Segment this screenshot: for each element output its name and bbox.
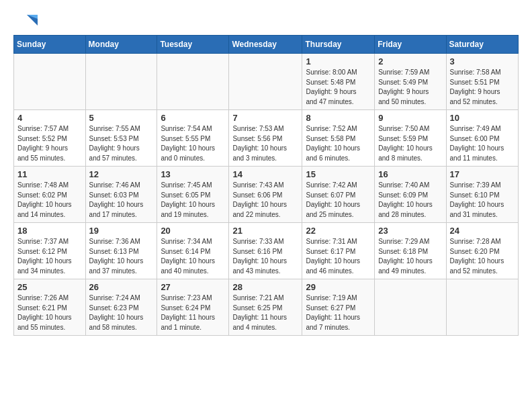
day-number: 21: [232, 226, 298, 236]
day-number: 1: [306, 56, 371, 66]
calendar-cell: 22Sunrise: 7:31 AMSunset: 6:17 PMDayligh…: [302, 223, 375, 279]
day-number: 2: [378, 56, 442, 66]
day-info: Sunrise: 7:31 AMSunset: 6:17 PMDaylight:…: [306, 237, 371, 276]
calendar-cell: 15Sunrise: 7:42 AMSunset: 6:07 PMDayligh…: [302, 167, 375, 223]
day-info: Sunrise: 7:49 AMSunset: 6:00 PMDaylight:…: [450, 124, 515, 163]
calendar-cell: 13Sunrise: 7:45 AMSunset: 6:05 PMDayligh…: [157, 167, 229, 223]
day-info: Sunrise: 7:23 AMSunset: 6:24 PMDaylight:…: [161, 293, 225, 332]
day-number: 29: [306, 282, 371, 292]
calendar-cell: 27Sunrise: 7:23 AMSunset: 6:24 PMDayligh…: [157, 279, 229, 336]
calendar-header-row: SundayMondayTuesdayWednesdayThursdayFrid…: [14, 36, 519, 54]
day-info: Sunrise: 7:42 AMSunset: 6:07 PMDaylight:…: [306, 181, 371, 220]
day-number: 5: [89, 113, 154, 123]
calendar-cell: [157, 54, 229, 110]
calendar-cell: 8Sunrise: 7:52 AMSunset: 5:58 PMDaylight…: [302, 110, 375, 167]
day-number: 10: [450, 113, 515, 123]
day-number: 20: [161, 226, 225, 236]
calendar-cell: 28Sunrise: 7:21 AMSunset: 6:25 PMDayligh…: [229, 279, 302, 336]
calendar-cell: 6Sunrise: 7:54 AMSunset: 5:55 PMDaylight…: [157, 110, 229, 167]
calendar-cell: 1Sunrise: 8:00 AMSunset: 5:48 PMDaylight…: [302, 54, 375, 110]
day-number: 17: [450, 169, 515, 179]
day-number: 25: [17, 282, 82, 292]
day-info: Sunrise: 7:33 AMSunset: 6:16 PMDaylight:…: [232, 237, 298, 276]
calendar-cell: 18Sunrise: 7:37 AMSunset: 6:12 PMDayligh…: [14, 223, 86, 279]
col-header-wednesday: Wednesday: [229, 36, 302, 54]
calendar-week-row: 25Sunrise: 7:26 AMSunset: 6:21 PMDayligh…: [14, 279, 519, 336]
calendar-cell: 2Sunrise: 7:59 AMSunset: 5:49 PMDaylight…: [375, 54, 446, 110]
day-info: Sunrise: 7:45 AMSunset: 6:05 PMDaylight:…: [161, 181, 225, 220]
day-number: 16: [378, 169, 442, 179]
day-number: 9: [378, 113, 442, 123]
calendar-cell: 4Sunrise: 7:57 AMSunset: 5:52 PMDaylight…: [14, 110, 86, 167]
day-number: 23: [378, 226, 442, 236]
day-info: Sunrise: 7:50 AMSunset: 5:59 PMDaylight:…: [378, 124, 442, 163]
calendar-cell: 10Sunrise: 7:49 AMSunset: 6:00 PMDayligh…: [446, 110, 518, 167]
day-info: Sunrise: 7:59 AMSunset: 5:49 PMDaylight:…: [378, 68, 442, 107]
col-header-monday: Monday: [85, 36, 157, 54]
calendar-cell: 5Sunrise: 7:55 AMSunset: 5:53 PMDaylight…: [85, 110, 157, 167]
calendar-cell: 24Sunrise: 7:28 AMSunset: 6:20 PMDayligh…: [446, 223, 518, 279]
day-info: Sunrise: 7:29 AMSunset: 6:18 PMDaylight:…: [378, 237, 442, 276]
day-number: 11: [17, 169, 82, 179]
calendar-cell: [229, 54, 302, 110]
calendar-cell: 3Sunrise: 7:58 AMSunset: 5:51 PMDaylight…: [446, 54, 518, 110]
calendar-cell: 16Sunrise: 7:40 AMSunset: 6:09 PMDayligh…: [375, 167, 446, 223]
day-info: Sunrise: 7:34 AMSunset: 6:14 PMDaylight:…: [161, 237, 225, 276]
day-number: 8: [306, 113, 371, 123]
day-number: 12: [89, 169, 154, 179]
day-info: Sunrise: 8:00 AMSunset: 5:48 PMDaylight:…: [306, 68, 371, 107]
day-number: 24: [450, 226, 515, 236]
calendar-cell: 7Sunrise: 7:53 AMSunset: 5:56 PMDaylight…: [229, 110, 302, 167]
calendar-cell: 11Sunrise: 7:48 AMSunset: 6:02 PMDayligh…: [14, 167, 86, 223]
day-info: Sunrise: 7:52 AMSunset: 5:58 PMDaylight:…: [306, 124, 371, 163]
day-info: Sunrise: 7:57 AMSunset: 5:52 PMDaylight:…: [17, 124, 82, 163]
calendar-cell: 20Sunrise: 7:34 AMSunset: 6:14 PMDayligh…: [157, 223, 229, 279]
calendar-cell: [85, 54, 157, 110]
day-number: 22: [306, 226, 371, 236]
col-header-thursday: Thursday: [302, 36, 375, 54]
day-number: 19: [89, 226, 154, 236]
day-info: Sunrise: 7:19 AMSunset: 6:27 PMDaylight:…: [306, 293, 371, 332]
day-info: Sunrise: 7:58 AMSunset: 5:51 PMDaylight:…: [450, 68, 515, 107]
day-info: Sunrise: 7:46 AMSunset: 6:03 PMDaylight:…: [89, 181, 154, 220]
calendar-week-row: 18Sunrise: 7:37 AMSunset: 6:12 PMDayligh…: [14, 223, 519, 279]
calendar-cell: [14, 54, 86, 110]
day-number: 4: [17, 113, 82, 123]
day-number: 3: [450, 56, 515, 66]
logo: [13, 13, 40, 30]
col-header-friday: Friday: [375, 36, 446, 54]
page-header: [13, 11, 519, 30]
day-info: Sunrise: 7:28 AMSunset: 6:20 PMDaylight:…: [450, 237, 515, 276]
day-number: 7: [232, 113, 298, 123]
logo-icon: [13, 13, 38, 30]
day-number: 13: [161, 169, 225, 179]
calendar-cell: 29Sunrise: 7:19 AMSunset: 6:27 PMDayligh…: [302, 279, 375, 336]
day-number: 15: [306, 169, 371, 179]
calendar-cell: [375, 279, 446, 336]
col-header-saturday: Saturday: [446, 36, 518, 54]
calendar-table: SundayMondayTuesdayWednesdayThursdayFrid…: [13, 35, 519, 336]
day-number: 6: [161, 113, 225, 123]
day-number: 27: [161, 282, 225, 292]
calendar-cell: 17Sunrise: 7:39 AMSunset: 6:10 PMDayligh…: [446, 167, 518, 223]
day-number: 28: [232, 282, 298, 292]
calendar-cell: 19Sunrise: 7:36 AMSunset: 6:13 PMDayligh…: [85, 223, 157, 279]
calendar-week-row: 4Sunrise: 7:57 AMSunset: 5:52 PMDaylight…: [14, 110, 519, 167]
day-info: Sunrise: 7:55 AMSunset: 5:53 PMDaylight:…: [89, 124, 154, 163]
col-header-sunday: Sunday: [14, 36, 86, 54]
day-info: Sunrise: 7:40 AMSunset: 6:09 PMDaylight:…: [378, 181, 442, 220]
calendar-cell: 23Sunrise: 7:29 AMSunset: 6:18 PMDayligh…: [375, 223, 446, 279]
day-number: 26: [89, 282, 154, 292]
day-info: Sunrise: 7:24 AMSunset: 6:23 PMDaylight:…: [89, 293, 154, 332]
calendar-cell: 14Sunrise: 7:43 AMSunset: 6:06 PMDayligh…: [229, 167, 302, 223]
col-header-tuesday: Tuesday: [157, 36, 229, 54]
day-info: Sunrise: 7:36 AMSunset: 6:13 PMDaylight:…: [89, 237, 154, 276]
calendar-cell: 25Sunrise: 7:26 AMSunset: 6:21 PMDayligh…: [14, 279, 86, 336]
calendar-cell: 9Sunrise: 7:50 AMSunset: 5:59 PMDaylight…: [375, 110, 446, 167]
day-info: Sunrise: 7:21 AMSunset: 6:25 PMDaylight:…: [232, 293, 298, 332]
day-info: Sunrise: 7:26 AMSunset: 6:21 PMDaylight:…: [17, 293, 82, 332]
day-number: 14: [232, 169, 298, 179]
calendar-week-row: 11Sunrise: 7:48 AMSunset: 6:02 PMDayligh…: [14, 167, 519, 223]
calendar-cell: 21Sunrise: 7:33 AMSunset: 6:16 PMDayligh…: [229, 223, 302, 279]
day-number: 18: [17, 226, 82, 236]
